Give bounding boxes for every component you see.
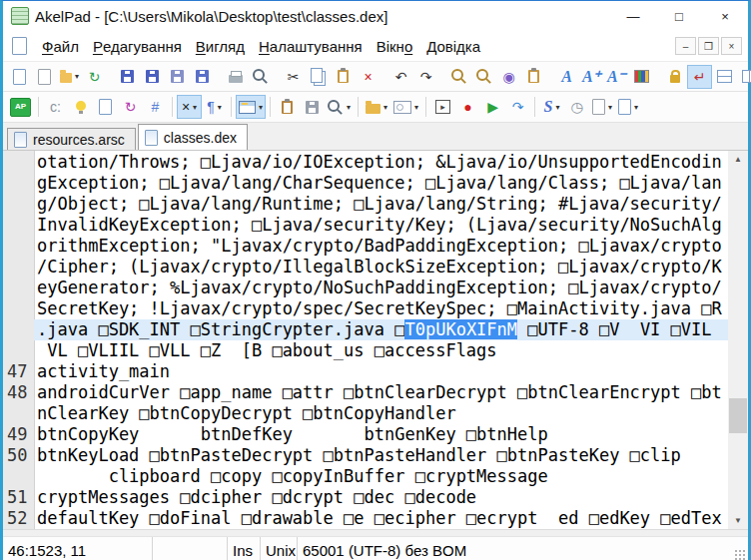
- tab-classes-dex[interactable]: classes.dex: [138, 124, 248, 150]
- editor-text-line[interactable]: SecretKey; !Ljavax/crypto/spec/SecretKey…: [34, 298, 728, 319]
- toolbar-separator: [425, 97, 426, 117]
- resize-grip-icon[interactable]: [733, 548, 746, 560]
- maximize-button[interactable]: □: [656, 1, 702, 31]
- line-number: [3, 403, 34, 424]
- qsearch-button[interactable]: ▾: [325, 95, 354, 119]
- new-window-button[interactable]: [32, 65, 57, 89]
- editor-text-line[interactable]: eyGenerator; %Ljavax/crypto/NoSuchPaddin…: [34, 278, 728, 298]
- editor-text-line[interactable]: .java □SDK_INT □StringCrypter.java □T0pU…: [34, 319, 728, 340]
- paste-special-button[interactable]: [521, 65, 546, 89]
- menu-edit[interactable]: Редагування: [86, 33, 189, 59]
- menu-file[interactable]: Файл: [35, 33, 86, 59]
- copy-button[interactable]: [306, 65, 331, 89]
- session-save-button[interactable]: [300, 95, 325, 119]
- coder-doc-button[interactable]: [93, 95, 118, 119]
- cut-button[interactable]: ✂: [281, 65, 306, 89]
- font-increase-button[interactable]: A⁺: [579, 65, 604, 89]
- print-preview-button[interactable]: [248, 65, 273, 89]
- line-number: [3, 278, 34, 298]
- vertical-scrollbar[interactable]: ▲ ▼: [728, 151, 748, 529]
- line-number: [3, 173, 34, 194]
- line-number: [3, 466, 34, 487]
- print-button[interactable]: [223, 65, 248, 89]
- menu-view[interactable]: Вигляд: [189, 33, 252, 59]
- save-button[interactable]: [115, 65, 140, 89]
- editor-text-line[interactable]: androidCurVer □app_name □attr □btnClearD…: [34, 382, 728, 403]
- tab-resources-arsc[interactable]: resources.arsc: [7, 128, 136, 150]
- horizontal-scrollbar[interactable]: [3, 529, 748, 536]
- new-file-button[interactable]: [7, 65, 32, 89]
- editor-text-line[interactable]: activity_main: [34, 361, 728, 382]
- recent-files-button[interactable]: ◷: [564, 95, 589, 119]
- highlight-bulb-button[interactable]: [68, 95, 93, 119]
- editor-text-line[interactable]: g/Object; □Ljava/lang/Runtime; □Ljava/la…: [34, 194, 728, 215]
- editor-row: gException; □Ljava/lang/CharSequence; □L…: [3, 173, 728, 194]
- redo-button[interactable]: ↷: [413, 65, 438, 89]
- editor-text-line[interactable]: nClearKey □btnCopyDecrypt □btnCopyHandle…: [34, 403, 728, 424]
- window-panel-button[interactable]: ▾: [236, 95, 266, 119]
- find-in-files-button[interactable]: ▾: [363, 95, 390, 119]
- scrollbar-thumb[interactable]: [729, 398, 747, 433]
- split-vertical-button[interactable]: [737, 65, 751, 89]
- find-button[interactable]: [446, 65, 471, 89]
- replace-button[interactable]: [471, 65, 496, 89]
- reopen-file-button[interactable]: ↻: [82, 65, 107, 89]
- editor-text-line[interactable]: otation/Throws; □Ljava/io/IOException; &…: [34, 152, 728, 173]
- recode-button[interactable]: ◉: [496, 65, 521, 89]
- paste-button[interactable]: [331, 65, 356, 89]
- font-decrease-button[interactable]: A⁻: [604, 65, 629, 89]
- mdi-minimize-button[interactable]: –: [675, 37, 696, 55]
- scroll-up-arrow-icon[interactable]: ▲: [728, 151, 748, 168]
- color-theme-button[interactable]: [629, 65, 654, 89]
- macro-replay-button[interactable]: ↷: [505, 95, 530, 119]
- document-system-icon[interactable]: [12, 37, 27, 55]
- coder-misc-button[interactable]: #: [143, 95, 168, 119]
- line-number: 48: [3, 382, 34, 403]
- menu-help[interactable]: Довідка: [419, 33, 487, 59]
- menu-window[interactable]: Вікно: [370, 33, 420, 59]
- editor-text-line[interactable]: gException; □Ljava/lang/CharSequence; □L…: [34, 173, 728, 194]
- invisible-chars-button[interactable]: ¶▾: [202, 95, 227, 119]
- scripts-button[interactable]: S▾: [539, 95, 564, 119]
- coder-settings-button[interactable]: c:: [43, 95, 68, 119]
- mdi-restore-button[interactable]: ❐: [698, 37, 719, 55]
- macro-window-button[interactable]: ▸: [430, 95, 455, 119]
- open-file-button[interactable]: ▾: [57, 65, 82, 89]
- macro-play-button[interactable]: ▶: [480, 95, 505, 119]
- akelpad-logo-button[interactable]: AP: [7, 95, 34, 119]
- mdi-close-button[interactable]: ×: [721, 37, 742, 55]
- editor-text-line[interactable]: clipboard □copy □copyInBuffer □cryptMess…: [34, 466, 728, 487]
- editor-text-line[interactable]: VL □VLIIL □VLL □Z [B □about_us □accessFl…: [34, 340, 728, 361]
- coder-refresh-button[interactable]: ↻: [118, 95, 143, 119]
- plugins-toolbar: APc:↻#×▾¶▾▾▾▾▾▸●▶↷S▾◷▾▾: [3, 92, 748, 123]
- split-horizontal-button[interactable]: [712, 65, 737, 89]
- log-button[interactable]: ▾: [615, 95, 641, 119]
- menu-settings[interactable]: Налаштування: [252, 33, 370, 59]
- scroll-down-arrow-icon[interactable]: ▼: [728, 512, 748, 529]
- minimize-button[interactable]: —: [610, 1, 656, 31]
- editor-row: otation/Throws; □Ljava/io/IOException; &…: [3, 152, 728, 173]
- editor-text-line[interactable]: defaultKey □doFinal □drawable □e □eciphe…: [34, 508, 728, 529]
- editor-text-line[interactable]: orithmException; "Ljavax/crypto/BadPaddi…: [34, 236, 728, 257]
- editor-text-line[interactable]: /Cipher; (Ljavax/crypto/IllegalBlockSize…: [34, 257, 728, 278]
- wrap-toggle-button[interactable]: ×▾: [177, 95, 202, 119]
- word-wrap-button[interactable]: ↵: [687, 65, 712, 89]
- line-number: [3, 152, 34, 173]
- save-copy-button[interactable]: [190, 65, 215, 89]
- readonly-lock-button[interactable]: [662, 65, 687, 89]
- font-button[interactable]: A: [554, 65, 579, 89]
- saved-docs-button[interactable]: ▾: [589, 95, 615, 119]
- clipboard-plugin-button[interactable]: [275, 95, 300, 119]
- editor-text-line[interactable]: InvalidKeyException; □Ljava/security/Key…: [34, 215, 728, 236]
- editor-text-line[interactable]: cryptMessages □dcipher □dcrypt □dec □dec…: [34, 487, 728, 508]
- macro-record-button[interactable]: ●: [455, 95, 480, 119]
- save-all-button[interactable]: [165, 65, 190, 89]
- text-editor[interactable]: otation/Throws; □Ljava/io/IOException; &…: [3, 151, 748, 529]
- editor-text-line[interactable]: btnKeyLoad □btnPasteDecrypt □btnPasteHan…: [34, 445, 728, 466]
- close-button[interactable]: ×: [702, 1, 748, 31]
- undo-button[interactable]: ↶: [388, 65, 413, 89]
- editor-text-line[interactable]: btnCopyKey btnDefKey btnGenKey □btnHelp: [34, 424, 728, 445]
- delete-button[interactable]: ×: [356, 65, 380, 89]
- save-as-button[interactable]: [140, 65, 165, 89]
- search-field-button[interactable]: ▾: [390, 95, 421, 119]
